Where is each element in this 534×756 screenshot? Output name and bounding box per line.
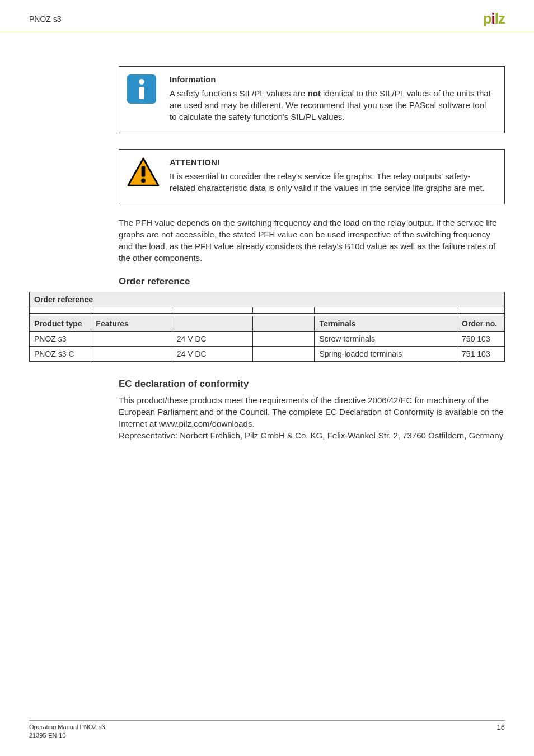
info-body: A safety function's SIL/PL values are no… [170,87,494,123]
footer-line2: 21395-EN-10 [29,731,105,739]
attention-box: ATTENTION! It is essential to consider t… [119,149,505,204]
page-header: PNOZ s3 pilz [0,0,534,32]
col-order-no: Order no. [457,316,505,332]
svg-point-5 [141,179,146,183]
col-blank1 [172,316,252,332]
pfh-paragraph: The PFH value depends on the switching f… [119,217,505,264]
ec-heading: EC declaration of conformity [119,379,505,390]
attention-icon [127,157,166,188]
order-reference-heading: Order reference [119,276,505,287]
table-title: Order reference [30,292,505,307]
col-features: Features [91,316,172,332]
header-title: PNOZ s3 [29,15,62,24]
svg-rect-2 [139,87,144,99]
table-row: PNOZ s3 C 24 V DC Spring-loaded terminal… [30,347,505,362]
info-box: Information A safety function's SIL/PL v… [119,66,505,133]
attention-body: It is essential to consider the relay's … [170,170,494,194]
attention-heading: ATTENTION! [170,157,494,167]
info-heading: Information [170,74,494,84]
pilz-logo: pilz [483,10,505,27]
order-reference-table: Order reference Product type Features Te… [29,292,505,362]
ec-body: This product/these products meet the req… [119,394,505,441]
footer-page-number: 16 [497,723,505,731]
svg-point-1 [139,79,144,85]
col-blank2 [253,316,315,332]
footer-line1: Operating Manual PNOZ s3 [29,723,105,731]
col-terminals: Terminals [315,316,457,332]
col-product-type: Product type [30,316,91,332]
page-footer: Operating Manual PNOZ s3 21395-EN-10 16 [29,720,505,739]
content-area: Information A safety function's SIL/PL v… [0,66,534,441]
info-icon [127,74,166,105]
svg-rect-4 [142,166,146,176]
table-row: PNOZ s3 24 V DC Screw terminals 750 103 [30,332,505,347]
